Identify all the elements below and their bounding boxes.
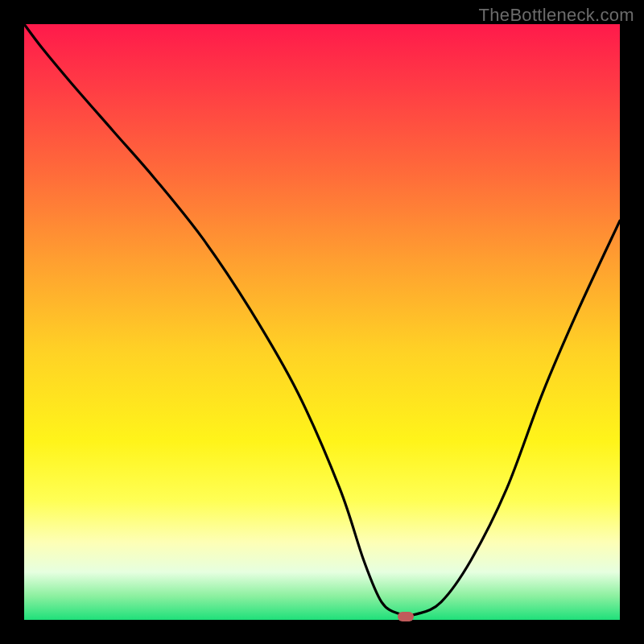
optimum-marker: [398, 612, 414, 621]
watermark-text: TheBottleneck.com: [479, 5, 634, 26]
bottleneck-curve: [24, 24, 620, 620]
plot-area: [24, 24, 620, 620]
